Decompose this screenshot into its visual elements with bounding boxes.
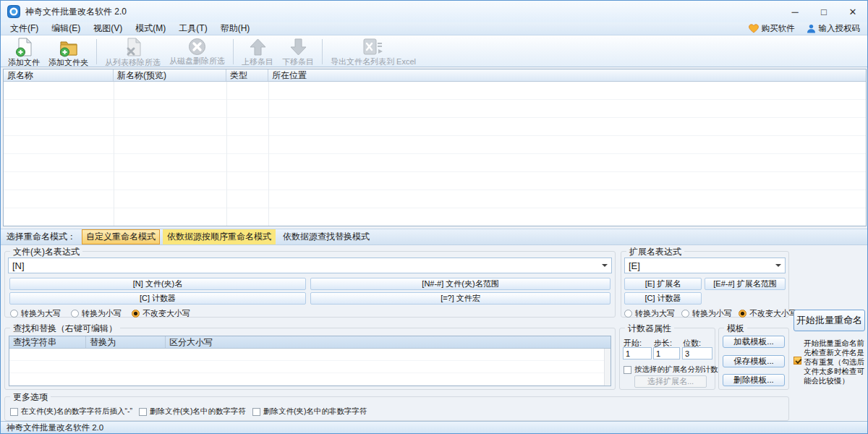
- name-case-radio-group: 转换为大写 转换为小写 不改变大小写: [10, 308, 200, 319]
- maximize-button[interactable]: □: [809, 1, 838, 22]
- menu-tools[interactable]: 工具(T): [172, 22, 213, 35]
- enter-license-link[interactable]: 输入授权码: [807, 23, 861, 34]
- column-original-name[interactable]: 原名称: [4, 69, 114, 81]
- radio-icon: [624, 310, 632, 318]
- menu-help[interactable]: 帮助(H): [214, 22, 257, 35]
- insert-name-button[interactable]: [N] 文件(夹)名: [9, 278, 306, 290]
- counter-step-input[interactable]: [653, 347, 680, 359]
- checkbox-icon: [624, 366, 631, 374]
- toolbar-label: 添加文件: [8, 57, 40, 68]
- menu-file[interactable]: 文件(F): [4, 22, 45, 35]
- remove-digits-checkbox[interactable]: 删除文件(夹)名中的数字字符: [139, 407, 246, 417]
- checkbox-icon: [10, 408, 18, 416]
- insert-counter-button[interactable]: [C] 计数器: [9, 292, 306, 305]
- toolbar-label: 从列表移除所选: [105, 57, 161, 68]
- column-find-string[interactable]: 查找字符串: [9, 336, 86, 348]
- find-replace-header: 查找字符串 替换为 区分大小写: [9, 336, 610, 349]
- move-down-icon: [289, 38, 307, 56]
- app-logo-icon: [7, 5, 20, 18]
- insert-dash-after-digits-checkbox[interactable]: 在文件(夹)名的数字字符后插入“-”: [10, 407, 132, 417]
- move-up-icon: [249, 38, 267, 56]
- toolbar-label: 添加文件夹: [48, 57, 88, 68]
- remove-non-digits-checkbox[interactable]: 删除文件(夹)名中的非数字字符: [252, 407, 367, 417]
- counter-properties-group: 计数器属性 开始: 步长: 位数: 按选择的扩展名分别计数 选择扩展名...: [619, 328, 715, 390]
- insert-file-macro-button[interactable]: [=?] 文件宏: [310, 292, 610, 305]
- checkbox-label: 删除文件(夹)名中的非数字字符: [263, 407, 367, 417]
- insert-extension-button[interactable]: [E] 扩展名: [624, 278, 702, 290]
- checkbox-label: 按选择的扩展名分别计数: [634, 365, 718, 375]
- column-replace-with[interactable]: 替换为: [86, 336, 166, 348]
- extension-expression-combobox[interactable]: [E]: [624, 258, 786, 273]
- close-button[interactable]: ✕: [838, 1, 867, 22]
- radio-icon: [71, 310, 79, 318]
- menu-mode[interactable]: 模式(M): [129, 22, 172, 35]
- export-excel-icon: [362, 38, 384, 56]
- checkbox-label: 删除文件(夹)名中的数字字符: [150, 407, 246, 417]
- menu-view[interactable]: 视图(V): [87, 22, 129, 35]
- radio-lowercase[interactable]: 转换为小写: [681, 308, 732, 319]
- toolbar-separator: [233, 39, 234, 64]
- minimize-button[interactable]: ─: [780, 1, 809, 22]
- file-list-body[interactable]: [4, 82, 866, 226]
- radio-keep-case[interactable]: 不改变大小写: [739, 308, 797, 319]
- enter-license-label: 输入授权码: [819, 23, 861, 34]
- extension-expression-value: [E]: [629, 260, 640, 271]
- group-label: 模板: [724, 323, 747, 335]
- toolbar-label: 导出文件名列表到 Excel: [331, 56, 416, 67]
- buy-software-link[interactable]: 购买软件: [749, 23, 795, 34]
- radio-uppercase[interactable]: 转换为大写: [10, 308, 61, 319]
- find-replace-body[interactable]: [9, 349, 604, 386]
- more-options-group: 更多选项 在文件(夹)名的数字字符后插入“-” 删除文件(夹)名中的数字字符 删…: [4, 396, 789, 421]
- add-files-button[interactable]: 添加文件: [4, 37, 44, 67]
- tab-custom-rename-mode[interactable]: 自定义重命名模式: [82, 229, 160, 244]
- radio-label: 转换为小写: [692, 308, 732, 319]
- radio-icon: [681, 310, 689, 318]
- add-folder-icon: [59, 38, 78, 57]
- column-new-name-preview[interactable]: 新名称(预览): [114, 69, 226, 81]
- radio-checked-icon: [132, 310, 140, 318]
- column-divider: [226, 82, 227, 226]
- radio-keep-case[interactable]: 不改变大小写: [132, 308, 190, 319]
- filename-expression-combobox[interactable]: [N]: [8, 258, 612, 273]
- load-template-button[interactable]: 加载模板...: [723, 336, 785, 348]
- radio-label: 转换为大写: [635, 308, 675, 319]
- filename-expression-value: [N]: [12, 260, 25, 271]
- menu-edit[interactable]: 编辑(E): [45, 22, 87, 35]
- window-title: 神奇文件批量改名软件 2.0: [25, 6, 127, 18]
- group-label: 更多选项: [10, 391, 51, 404]
- tab-datasource-find-replace-mode[interactable]: 依数据源查找替换模式: [278, 229, 374, 244]
- add-folder-button[interactable]: 添加文件夹: [44, 37, 93, 67]
- checkbox-icon: [252, 408, 260, 416]
- group-label: 计数器属性: [625, 323, 674, 335]
- status-text: 神奇文件批量改名软件 2.0: [7, 422, 103, 433]
- ext-case-radio-group: 转换为大写 转换为小写 不改变大小写: [624, 308, 797, 319]
- column-location[interactable]: 所在位置: [268, 69, 866, 81]
- insert-ext-counter-button[interactable]: [C] 计数器: [624, 292, 702, 305]
- toolbar-separator: [322, 39, 323, 64]
- insert-name-range-button[interactable]: [N#-#] 文件(夹)名范围: [310, 278, 610, 290]
- check-duplicates-checkbox[interactable]: [793, 357, 801, 365]
- count-by-extension-checkbox[interactable]: 按选择的扩展名分别计数: [624, 365, 718, 375]
- find-replace-table[interactable]: 查找字符串 替换为 区分大小写: [9, 336, 611, 386]
- toolbar: 添加文件 添加文件夹: [1, 35, 867, 67]
- chevron-down-icon[interactable]: [598, 258, 611, 273]
- counter-start-input[interactable]: [623, 347, 652, 359]
- filename-expression-group: 文件(夹)名表达式 [N] [N] 文件(夹)名 [N#-#] 文件(夹)名范围…: [4, 251, 616, 318]
- column-type[interactable]: 类型: [226, 69, 268, 81]
- save-template-button[interactable]: 保存模板...: [723, 355, 785, 367]
- start-batch-rename-button[interactable]: 开始批量重命名: [793, 310, 865, 331]
- toolbar-label: 上移条目: [242, 56, 273, 67]
- chevron-down-icon[interactable]: [772, 258, 785, 273]
- column-case-sensitive[interactable]: 区分大小写: [166, 336, 610, 348]
- delete-template-button[interactable]: 删除模板...: [723, 374, 785, 386]
- insert-extension-range-button[interactable]: [E#-#] 扩展名范围: [705, 278, 786, 290]
- radio-uppercase[interactable]: 转换为大写: [624, 308, 675, 319]
- counter-digits-input[interactable]: [682, 347, 712, 359]
- radio-lowercase[interactable]: 转换为小写: [71, 308, 122, 319]
- radio-label: 转换为大写: [21, 308, 61, 319]
- mode-bar-label: 选择重命名模式：: [7, 231, 76, 243]
- scrollbar[interactable]: [604, 349, 610, 386]
- tab-datasource-sequence-mode[interactable]: 依数据源按顺序重命名模式: [163, 229, 276, 244]
- select-extension-button: 选择扩展名...: [634, 375, 707, 388]
- export-excel-button: 导出文件名列表到 Excel: [326, 37, 420, 67]
